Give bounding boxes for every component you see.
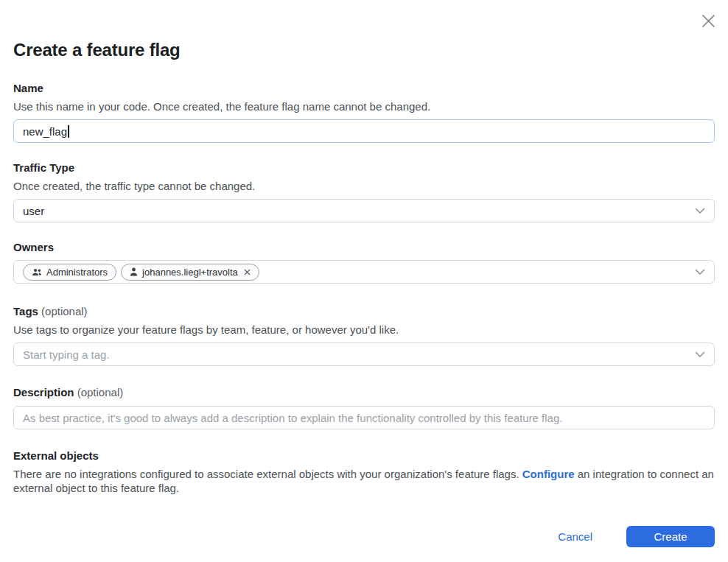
- tags-help-text: Use tags to organize your feature flags …: [13, 323, 715, 337]
- name-label: Name: [13, 81, 715, 95]
- traffic-type-label: Traffic Type: [13, 161, 715, 175]
- owners-section: Owners Administrators: [13, 240, 715, 284]
- create-button[interactable]: Create: [626, 526, 715, 547]
- tags-section: Tags (optional) Use tags to organize you…: [13, 304, 715, 366]
- owner-chip-administrators[interactable]: Administrators: [23, 264, 116, 281]
- text-cursor: [68, 125, 69, 138]
- name-section: Name Use this name in your code. Once cr…: [13, 81, 715, 143]
- configure-link[interactable]: Configure: [522, 468, 575, 480]
- description-input-placeholder: As best practice, it's good to always ad…: [23, 412, 562, 424]
- traffic-type-help-text: Once created, the traffic type cannot be…: [13, 179, 715, 193]
- remove-owner-icon[interactable]: [244, 269, 251, 275]
- external-objects-label: External objects: [13, 449, 715, 463]
- owners-label: Owners: [13, 240, 715, 254]
- person-icon: [130, 267, 138, 276]
- tags-optional-hint: (optional): [41, 305, 88, 317]
- tags-input-placeholder: Start typing a tag.: [23, 348, 110, 361]
- traffic-type-selected-value: user: [23, 205, 44, 217]
- create-feature-flag-modal: Create a feature flag Name Use this name…: [0, 0, 728, 562]
- chevron-down-icon: [695, 269, 705, 275]
- external-objects-section: External objects There are no integratio…: [13, 449, 715, 495]
- external-objects-text: There are no integrations configured to …: [13, 467, 715, 495]
- close-button[interactable]: [698, 10, 718, 31]
- description-label: Description (optional): [13, 385, 715, 399]
- chevron-down-icon: [695, 208, 705, 214]
- tags-input[interactable]: Start typing a tag.: [13, 343, 715, 366]
- name-input[interactable]: new_flag: [13, 119, 715, 143]
- owner-chip-user[interactable]: johannes.liegl+travolta: [121, 264, 259, 281]
- owners-select[interactable]: Administrators johannes.liegl+travolta: [13, 260, 715, 284]
- cancel-button[interactable]: Cancel: [558, 530, 592, 543]
- description-optional-hint: (optional): [77, 386, 124, 398]
- owner-chip-label: Administrators: [46, 267, 108, 278]
- chevron-down-icon: [695, 351, 705, 357]
- modal-footer: Cancel Create: [13, 526, 715, 547]
- name-input-value: new_flag: [23, 125, 67, 138]
- owner-chip-label: johannes.liegl+travolta: [142, 267, 238, 278]
- description-section: Description (optional) As best practice,…: [13, 385, 715, 429]
- name-help-text: Use this name in your code. Once created…: [13, 99, 715, 113]
- description-input[interactable]: As best practice, it's good to always ad…: [13, 406, 715, 429]
- tags-label: Tags (optional): [13, 304, 715, 318]
- modal-title: Create a feature flag: [13, 0, 715, 60]
- group-icon: [32, 268, 42, 276]
- traffic-type-select[interactable]: user: [13, 199, 715, 222]
- traffic-type-section: Traffic Type Once created, the traffic t…: [13, 161, 715, 222]
- close-icon: [701, 13, 716, 29]
